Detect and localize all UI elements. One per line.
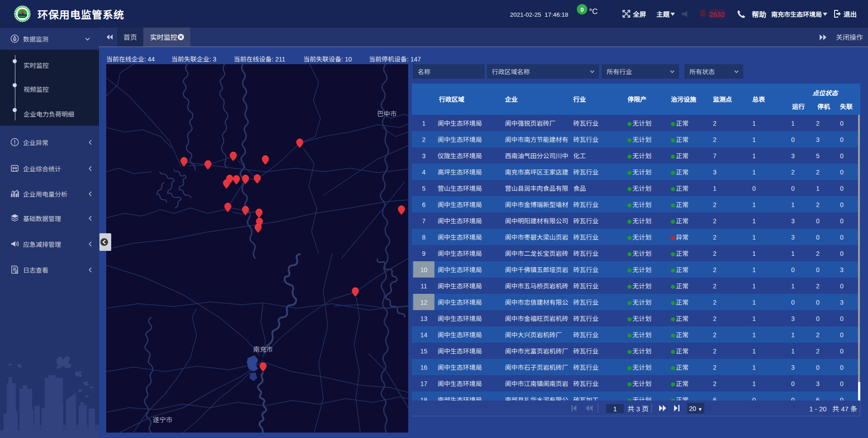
- svg-text:巴中市: 巴中市: [377, 108, 397, 118]
- svg-text:遂宁市: 遂宁市: [153, 414, 173, 424]
- svg-text:南充市: 南充市: [253, 344, 273, 353]
